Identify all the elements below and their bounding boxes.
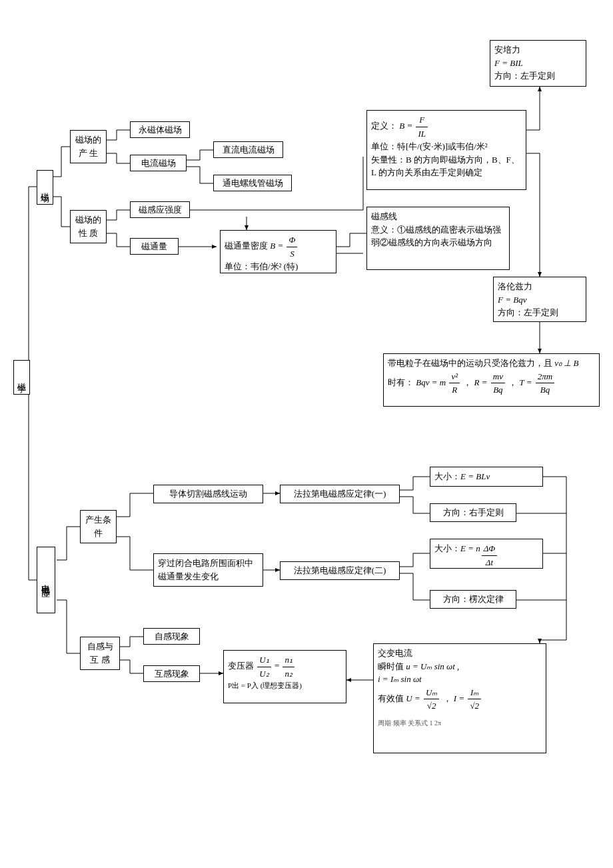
- eq3l: T =: [519, 377, 534, 387]
- label: 大小：: [434, 542, 460, 555]
- title: 洛伦兹力: [498, 280, 532, 293]
- label: 电流磁场: [141, 157, 176, 170]
- node-cutting: 导体切割磁感线运动: [153, 485, 263, 503]
- prefix: 磁通量密度: [225, 241, 270, 251]
- label: 磁场的性 质: [75, 215, 101, 238]
- label: 方向：楞次定律: [443, 593, 504, 606]
- un: Uₘ: [424, 686, 439, 700]
- n2: mv: [491, 370, 505, 384]
- node-self: 自感现象: [143, 628, 200, 645]
- node-transformer: 变压器 U₁U₂ = n₁n₂ P出 = P入 (理想变压器): [223, 650, 346, 703]
- prefix: 带电粒子在磁场中的运动只受洛伦兹力，且: [388, 358, 554, 368]
- title: 安培力: [494, 43, 520, 57]
- label: 电磁感应: [39, 577, 53, 583]
- label: 法拉第电磁感应定律(二): [294, 564, 386, 577]
- node-field-properties: 磁场的性 质: [70, 210, 107, 243]
- flux-density-eq: 磁通量密度 B = ΦS: [225, 233, 299, 260]
- node-mag2: 大小： E = n ΔΦΔt: [430, 539, 543, 569]
- node-flux-density: 磁通量密度 B = ΦS 单位：韦伯/米² (特): [220, 230, 336, 273]
- eq1l: Bqv = m: [416, 377, 446, 387]
- id: √2: [468, 699, 481, 713]
- inst-i: i = Iₘ sin ωt: [378, 673, 422, 686]
- eq: E = BLv: [460, 470, 490, 483]
- n1: U₁: [257, 653, 271, 667]
- line1: 带电粒子在磁场中的运动只受洛伦兹力，且 v₀ ⊥ B: [388, 357, 578, 370]
- node-solenoid: 通电螺线管磁场: [213, 175, 292, 191]
- node-flux: 磁通量: [130, 238, 179, 255]
- unit: 单位：特[牛/(安·米)]或韦伯/米²: [371, 140, 488, 153]
- node-dir2: 方向：楞次定律: [430, 590, 516, 609]
- node-dc-field: 直流电流磁场: [213, 141, 283, 158]
- node-conditions: 产生条件: [80, 510, 117, 543]
- node-fieldlines: 磁感线 意义：①磁感线的疏密表示磁场强弱②磁感线的方向表示磁场方向: [366, 207, 510, 270]
- prefix: 定义：: [371, 121, 397, 131]
- meaning: 意义：①磁感线的疏密表示磁场强弱②磁感线的方向表示磁场方向: [371, 223, 505, 249]
- inst-u: u = Uₘ sin ωt ,: [406, 661, 459, 671]
- den: Δt: [482, 556, 498, 569]
- eq: F = Bqv: [498, 293, 526, 307]
- label: 导体切割磁感线运动: [169, 487, 247, 501]
- eq: =: [275, 661, 282, 671]
- node-flux-change: 穿过闭合电路所围面积中磁通量发生变化: [153, 553, 263, 587]
- bottom: 周期 频率 关系式 1 2π: [378, 718, 441, 728]
- node-mag1: 大小： E = BLv: [430, 467, 543, 487]
- rms: 有效值 U = Uₘ√2 ， I = Iₘ√2: [378, 686, 482, 713]
- rms-ul: U =: [406, 693, 422, 703]
- direction: 方向：左手定则: [498, 306, 558, 319]
- label: 大小：: [434, 470, 460, 483]
- rms-label: 有效值: [378, 693, 406, 703]
- n1: v²: [449, 370, 460, 384]
- label: 磁学: [15, 376, 29, 379]
- transformer-eq: 变压器 U₁U₂ = n₁n₂: [228, 653, 296, 680]
- label: 自感与互 感: [87, 641, 113, 665]
- node-root: 磁学: [13, 360, 30, 395]
- d1: R: [449, 383, 460, 397]
- node-charged-particle: 带电粒子在磁场中的运动只受洛伦兹力，且 v₀ ⊥ B 时有： Bqv = m v…: [383, 353, 600, 407]
- node-lorentz: 洛伦兹力 F = Bqv 方向：左手定则: [493, 277, 586, 322]
- node-self-mutual: 自感与互 感: [80, 637, 120, 670]
- d2: n₂: [283, 667, 295, 681]
- n3: 2πm: [536, 370, 554, 384]
- power: P出 = P入 (理想变压器): [228, 680, 302, 691]
- ud: √2: [424, 699, 439, 713]
- d2: Bq: [491, 383, 505, 397]
- node-mutual: 互感现象: [143, 665, 200, 682]
- label: 法拉第电磁感应定律(一): [294, 487, 386, 501]
- vector: 矢量性：B 的方向即磁场方向，B、F、L 的方向关系由左手定则确定: [371, 153, 522, 179]
- label: 磁场的产 生: [75, 135, 101, 158]
- title: 磁感线: [371, 210, 397, 223]
- label: 直流电流磁场: [223, 143, 275, 157]
- rms-il: I =: [454, 693, 467, 703]
- line2: 时有： Bqv = m v²R ， R = mvBq ， T = 2πmBq: [388, 370, 556, 397]
- node-field: 磁场: [37, 170, 53, 205]
- eq-left: B =: [399, 121, 414, 131]
- den: S: [287, 247, 297, 261]
- label: 互感现象: [155, 667, 189, 681]
- node-induction: 电磁感应: [37, 547, 55, 613]
- label: 自感现象: [155, 630, 189, 643]
- inst-label: 瞬时值: [378, 661, 406, 671]
- d3: Bq: [536, 383, 554, 397]
- when: 时有：: [388, 377, 414, 387]
- label: 通电螺线管磁场: [223, 177, 283, 190]
- eq-left: B =: [270, 241, 285, 251]
- title: 交变电流: [378, 647, 412, 660]
- num: F: [416, 113, 428, 127]
- in: Iₘ: [468, 686, 481, 700]
- v0: v₀ ⊥ B: [554, 358, 578, 368]
- eq2l: R =: [474, 377, 490, 387]
- label: 产生条件: [85, 515, 111, 538]
- label: 方向：右手定则: [443, 506, 504, 519]
- label: 永磁体磁场: [139, 123, 182, 137]
- node-ampere: 安培力 F = BIL 方向：左手定则: [490, 40, 586, 87]
- label: 磁感应强度: [139, 203, 182, 217]
- den: IL: [416, 127, 428, 141]
- node-intensity: 磁感应强度: [130, 201, 190, 218]
- node-ac: 交变电流 瞬时值 u = Uₘ sin ωt , i = Iₘ sin ωt 有…: [373, 643, 546, 753]
- unit: 单位：韦伯/米² (特): [225, 260, 298, 273]
- label: 穿过闭合电路所围面积中磁通量发生变化: [158, 558, 253, 581]
- label: 磁通量: [141, 240, 167, 253]
- eq-left: E = n: [460, 542, 480, 555]
- n2: n₁: [283, 653, 295, 667]
- definition-eq: 定义： B = FIL: [371, 113, 429, 140]
